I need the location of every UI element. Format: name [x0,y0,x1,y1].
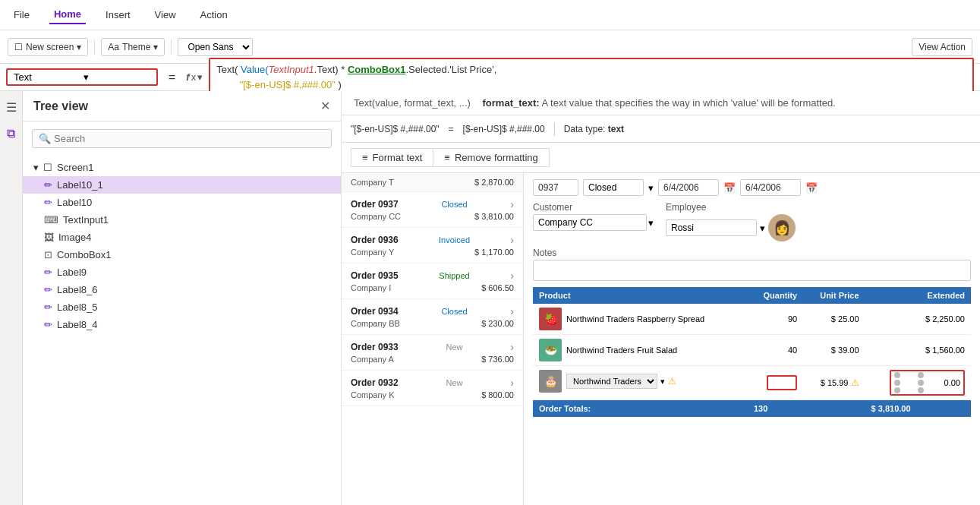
format-text-button[interactable]: ≡ Format text [351,148,433,167]
order-totals-row: Order Totals: 130 $ 3,810.00 [533,400,971,418]
label-edit-icon: ✏ [44,319,52,330]
sidebar: Tree view ✕ 🔍 ▾ ☐ Screen1 ✏ Label10_1 ✏ … [23,91,342,505]
tree-item-screen1[interactable]: ▾ ☐ Screen1 [23,159,341,176]
layers-icon[interactable]: ⧉ [4,124,18,144]
employee-label: Employee [666,202,796,213]
format-equals: = [449,124,454,134]
menu-action[interactable]: Action [196,6,232,24]
order-item-0936[interactable]: Order 0936 Invoiced › Company Y $ 1,170.… [342,228,523,264]
search-input[interactable] [54,133,325,144]
formula-text-end1: .Selected.'List Price', [405,64,496,75]
order-status: New [446,378,463,387]
order-item-0932[interactable]: Order 0932 New › Company K $ 800.00 [342,371,523,406]
order-item-0933[interactable]: Order 0933 New › Company A $ 736.00 [342,335,523,371]
format-text-label: Format text [373,152,423,163]
employee-select[interactable]: Rossi [666,219,757,236]
order-status: Invoiced [439,235,470,245]
product-name-cell-1: 🥗 Northwind Traders Fruit Salad [533,335,748,365]
customer-dropdown-icon: ▾ [648,217,654,229]
sidebar-title: Tree view [33,99,88,113]
format-preview-bar: "[$-en-US]$ #,###.00" = [$-en-US]$ #,###… [342,115,980,143]
param-name: format_text: [483,97,540,109]
employee-photo: 👩 [768,214,796,241]
chevron-right-icon: › [510,305,514,317]
order-item-0934[interactable]: Order 0934 Closed › Company BB $ 230.00 [342,299,523,335]
order-id: Order 0937 [351,199,399,210]
product-price-2: $ 15.99 ⚠ [803,366,865,400]
format-output-preview: [$-en-US]$ #,###.00 [463,124,545,134]
formula-text-prefix: Text( [216,64,241,75]
order-item-0937[interactable]: Order 0937 Closed › Company CC $ 3,810.0… [342,192,523,228]
ribbon-divider-1 [94,39,95,55]
tree-item-label: Image4 [58,232,91,243]
notes-input[interactable] [533,260,971,281]
remove-formatting-button[interactable]: ≡ Remove formatting [433,148,549,167]
font-selector[interactable]: Open Sans [178,38,253,56]
menu-insert[interactable]: Insert [101,6,135,24]
product-qty-2[interactable] [748,366,803,400]
formula-combobox-ref: ComboBox1 [348,64,406,75]
label-edit-icon: ✏ [44,301,52,313]
formula-format-string: "[$-en-US]$ #,###.00" [228,79,336,90]
tree-item-label10-1[interactable]: ✏ Label10_1 [23,176,341,194]
customer-select[interactable]: Company CC [533,214,647,231]
tree-item-label8-6[interactable]: ✏ Label8_6 [23,281,341,298]
label-edit-icon: ✏ [44,267,52,278]
product-select[interactable]: Northwind Traders Cake Mix [566,374,657,389]
formula-close-paren: ) [336,79,342,90]
product-qty-1: 40 [748,335,803,366]
formula-textinput-ref: TextInput1 [269,64,314,75]
date1-input[interactable] [658,179,719,196]
order-number-input[interactable] [533,179,578,196]
calendar2-icon[interactable]: 📅 [805,182,818,194]
col-extended: Extended [865,287,971,304]
content-area: Text(value, format_text, ...) format_tex… [342,91,980,505]
status-select[interactable]: Closed [583,179,644,196]
notes-label: Notes [533,248,971,258]
tree-item-combobox1[interactable]: ⊡ ComboBox1 [23,246,341,264]
order-company: Company CC [351,212,401,221]
function-signature: Text(value, format_text, ...) [354,97,471,109]
textinput-icon: ⌨ [44,214,58,226]
fx-label: x [191,71,197,83]
view-action-button[interactable]: View Action [912,38,972,56]
tree-item-image4[interactable]: 🖼 Image4 [23,229,341,246]
chevron-right-icon: › [510,198,514,210]
menu-file[interactable]: File [9,6,34,24]
tree-item-label: Label9 [57,267,87,278]
order-item-0935[interactable]: Order 0935 Shipped › Company I $ 606.50 [342,264,523,299]
new-screen-button[interactable]: ☐ New screen ▾ [8,38,88,56]
tree-item-label8-5[interactable]: ✏ Label8_5 [23,298,341,316]
menu-home[interactable]: Home [49,5,86,24]
totals-qty: 130 [748,400,803,418]
hamburger-icon[interactable]: ☰ [3,97,20,118]
fx-button[interactable]: f x ▾ [186,71,203,83]
tree-item-textinput1[interactable]: ⌨ TextInput1 [23,211,341,229]
product-price-0: $ 25.00 [803,304,865,335]
order-company: Company Y [351,248,394,257]
chevron-right-icon: › [510,341,514,353]
formula-selector[interactable]: Text ▾ [6,68,158,86]
theme-button[interactable]: Aa Theme ▾ [101,38,165,56]
new-screen-label: New screen [26,42,74,52]
sidebar-close-button[interactable]: ✕ [320,99,330,113]
order-company: Company I [351,283,391,292]
chevron-right-icon: › [510,234,514,246]
calendar1-icon[interactable]: 📅 [723,182,736,194]
remove-formatting-label: Remove formatting [455,152,538,163]
tree-item-label10[interactable]: ✏ Label10 [23,194,341,211]
tree-item-label8-4[interactable]: ✏ Label8_4 [23,316,341,333]
extended-value-2: 0.00 [944,378,960,387]
search-box[interactable]: 🔍 [32,129,332,148]
partial-order-top[interactable]: Company T $ 2,870.00 [342,173,523,192]
menu-view[interactable]: View [150,6,181,24]
date2-input[interactable] [740,179,801,196]
product-name-cell-2: 🎂 Northwind Traders Cake Mix ▾ ⚠ [533,366,748,396]
main-layout: ☰ ⧉ Tree view ✕ 🔍 ▾ ☐ Screen1 ✏ Label10_… [0,91,980,505]
product-select-dropdown-icon: ▾ [660,377,665,387]
fx-dropdown: ▾ [197,71,203,83]
product-row-1: 🥗 Northwind Traders Fruit Salad 40 $ 39.… [533,335,971,366]
tree-item-label9[interactable]: ✏ Label9 [23,264,341,281]
qty-input-2[interactable] [767,375,797,390]
product-row-2: 🎂 Northwind Traders Cake Mix ▾ ⚠ [533,366,971,400]
